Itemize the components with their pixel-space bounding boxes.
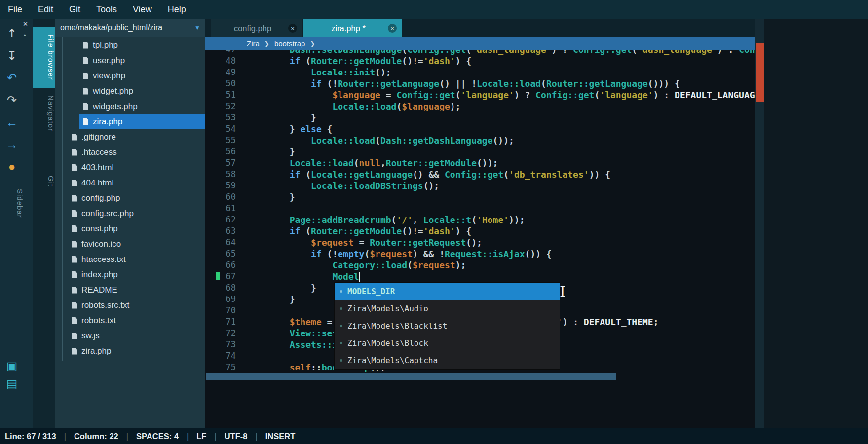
tab-close-icon[interactable]: × [288,24,297,33]
editor-tab-config-php[interactable]: config.php× [211,19,302,37]
completion-item[interactable]: Zira\Models\Blacklist [335,317,560,334]
completion-item[interactable]: Zira\Models\Captcha [335,352,560,369]
code-line[interactable]: 61 [205,203,755,214]
code-token: ( [300,226,311,236]
bottom-panel-icon[interactable]: ▣ [4,359,20,373]
code-line[interactable]: 60 } [205,191,755,203]
code-line[interactable]: 62 Page::addBreadcrumb('/', Locale::t('H… [205,214,755,225]
completion-bullet-icon [340,342,342,344]
code-token: ()); [477,158,498,168]
code-line[interactable]: 58 if (Locale::getLanguage() && Config::… [205,169,755,180]
file-row[interactable]: widget.php [79,83,205,99]
vertical-scrollbar[interactable] [755,19,764,428]
file-name: 403.html [81,163,113,173]
file-row[interactable]: widgets.php [79,99,205,114]
code-token: 'dash_language' [637,50,717,55]
file-row[interactable]: config.php [68,190,205,206]
redo-icon[interactable]: ↷ [4,93,20,107]
forward-icon[interactable]: → [4,138,20,151]
side-tab-file-browser[interactable]: File browser [33,27,55,88]
file-row[interactable]: const.php [68,221,205,236]
code-line[interactable]: 47 Dash::setDashLanguage(Config::get('da… [205,50,755,55]
file-row[interactable]: robots.txt [68,313,205,328]
file-row[interactable]: README [68,282,205,297]
file-row[interactable]: htaccess.txt [68,252,205,267]
horizontal-scrollbar-thumb[interactable] [206,373,616,380]
menu-item-view[interactable]: View [125,0,160,19]
code-token: 'language' [600,90,653,100]
code-token: $request [370,249,413,259]
file-row[interactable]: .htaccess [68,145,205,160]
editor-tab-zira-php[interactable]: zira.php *× [303,19,402,37]
file-row[interactable]: 403.html [68,160,205,175]
back-icon[interactable]: ← [4,115,20,129]
file-row[interactable]: config.src.php [68,206,205,221]
code-line[interactable]: 54 } else { [205,123,755,135]
completion-item[interactable]: Zira\Models\Audio [335,300,560,317]
upload-icon[interactable]: ↥ [4,27,20,40]
code-line[interactable]: 55 Locale::load(Dash::getDashLanguage())… [205,135,755,146]
code-line[interactable]: 66 Category::load($request); [205,259,755,271]
code-token: 'Home' [477,215,509,225]
code-line[interactable]: 48 if (Router::getModule()!='dash') { [205,55,755,67]
completion-item[interactable]: Zira\Models\Block [335,334,560,352]
path-dropdown-icon[interactable]: ▼ [191,24,200,31]
code-text: } [247,191,295,203]
code-line[interactable]: 50 if (!Router::getLanguage() || !Locale… [205,78,755,89]
completion-item[interactable]: MODELS_DIR [335,283,560,300]
side-tab-git[interactable]: Git [33,168,55,194]
file-row[interactable]: .gitignore [68,129,205,145]
side-tab-strip: File browserNavigatorGit [33,19,55,428]
file-row[interactable]: user.php [79,53,205,68]
file-name: widgets.php [93,102,138,111]
code-line[interactable]: 53 } [205,112,755,123]
breadcrumb-bar: Zira❯bootstrap❯ [205,37,755,50]
code-line[interactable]: 56 } [205,146,755,157]
code-token: Router::getRequest [370,237,466,248]
tab-close-icon[interactable]: × [388,24,397,33]
code-line[interactable]: 57 Locale::load(null,Router::getModule()… [205,157,755,169]
code-line[interactable]: 59 Locale::loadDBStrings(); [205,180,755,191]
file-row[interactable]: index.php [68,267,205,282]
menu-item-edit[interactable]: Edit [30,0,61,19]
code-line[interactable]: 52 Locale::load($language); [205,101,755,112]
breadcrumb-item[interactable]: Zira [247,39,260,48]
code-token: Page::addBreadcrumb [290,215,391,225]
breadcrumb-item[interactable]: bootstrap [274,39,305,48]
color-sphere-icon[interactable]: ● [4,160,20,174]
code-line[interactable]: 67 Model [205,271,755,282]
terminal-panel-icon[interactable]: ▤ [4,377,20,391]
file-row[interactable]: tpl.php [79,37,205,53]
code-line[interactable]: 63 if (Router::getModule()!='dash') { [205,225,755,237]
side-tab-navigator[interactable]: Navigator [33,88,55,139]
close-icon[interactable]: ✕ [23,20,28,28]
undo-icon[interactable]: ↶ [4,71,20,85]
completion-bullet-icon [340,325,342,327]
code-token: ()) { [525,249,552,259]
file-row[interactable]: zira.php [79,114,205,129]
file-name: 404.html [81,178,113,188]
file-row[interactable]: favicon.ico [68,236,205,252]
file-row[interactable]: 404.html [68,175,205,190]
menu-item-help[interactable]: Help [160,0,194,19]
menu-bar: FileEditGitToolsViewHelp [0,0,868,19]
code-line[interactable]: 64 $request = Router::getRequest(); [205,237,755,248]
menu-item-tools[interactable]: Tools [88,0,125,19]
code-line[interactable]: 65 if (!empty($request) && !Request::isA… [205,248,755,259]
file-row[interactable]: view.php [79,68,205,83]
menu-item-file[interactable]: File [0,0,30,19]
download-icon[interactable]: ↧ [4,49,20,63]
file-row[interactable]: robots.src.txt [68,297,205,313]
code-line[interactable]: 49 Locale::init(); [205,67,755,78]
code-line[interactable]: 51 $language = Config::get('language') ?… [205,89,755,101]
vertical-scrollbar-thumb[interactable] [756,43,764,102]
line-number: 58 [205,169,247,180]
pin-icon[interactable]: • [24,32,26,39]
menu-item-git[interactable]: Git [61,0,88,19]
file-path-bar[interactable]: ome/makaka/public_html/zira ▼ [55,19,205,37]
sidebar-label: Sidebar [16,189,24,218]
file-row[interactable]: zira.php [68,343,205,359]
file-row[interactable]: sw.js [68,328,205,343]
file-name: .htaccess [81,148,117,157]
file-name: tpl.php [93,40,118,50]
